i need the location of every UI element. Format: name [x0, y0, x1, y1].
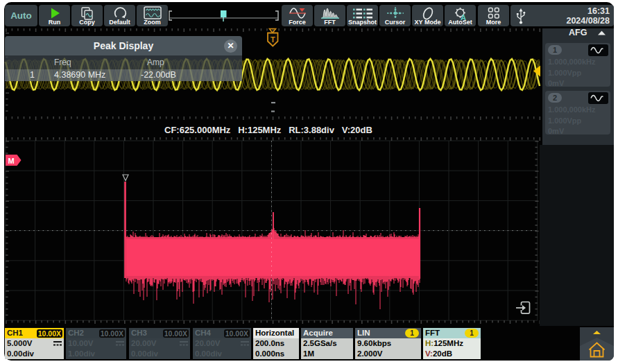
svg-text:T: T: [271, 35, 275, 44]
svg-text:M: M: [8, 157, 14, 165]
